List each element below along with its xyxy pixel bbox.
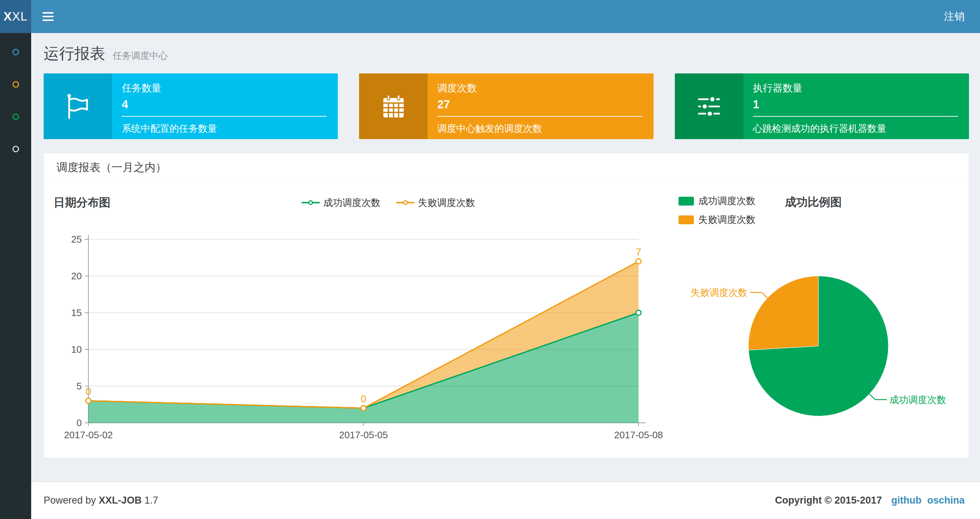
- circle-icon: [13, 146, 19, 152]
- legend-item-fail[interactable]: 失败调度次数: [396, 196, 475, 209]
- info-box-desc: 系统中配置的任务数量: [122, 122, 327, 135]
- swatch-icon: [679, 216, 694, 224]
- sidebar: [0, 33, 31, 519]
- brand-name: XXL-JOB: [99, 495, 142, 506]
- footer-powered-by: Powered by XXL-JOB 1.7: [44, 495, 158, 506]
- info-box-desc: 心跳检测成功的执行器机器数量: [753, 122, 958, 135]
- svg-text:7: 7: [636, 247, 641, 258]
- pie-chart-legend: 成功调度次数 失败调度次数: [679, 195, 756, 226]
- line-chart-title: 日期分布图: [54, 195, 110, 210]
- pie-chart-header: 成功调度次数 失败调度次数 成功比例图: [666, 192, 961, 226]
- stat-boxes-row: 任务数量 4 系统中配置的任务数量: [31, 70, 980, 139]
- svg-text:15: 15: [71, 307, 82, 318]
- line-marker-icon: [396, 200, 414, 206]
- line-chart-header: 日期分布图 成功调度次数: [54, 192, 666, 214]
- svg-text:0: 0: [86, 386, 91, 397]
- svg-text:25: 25: [71, 234, 82, 245]
- main-content: 运行报表 任务调度中心 任务数量 4 系统中配置的任务数量: [31, 33, 980, 519]
- sliders-icon: [675, 73, 743, 139]
- legend-label: 失败调度次数: [698, 213, 756, 226]
- info-box-title: 执行器数量: [753, 81, 958, 95]
- legend-label: 成功调度次数: [698, 195, 756, 208]
- svg-text:0: 0: [76, 417, 82, 428]
- swatch-icon: [679, 197, 694, 206]
- divider: [753, 116, 958, 117]
- date-distribution-chart-block: 日期分布图 成功调度次数: [54, 192, 666, 449]
- sidebar-toggle-button[interactable]: [36, 0, 60, 33]
- sidebar-item-1[interactable]: [0, 36, 31, 68]
- info-box-title: 调度次数: [437, 81, 642, 95]
- page-subtitle: 任务调度中心: [113, 50, 168, 61]
- top-navbar: XXL 注销: [0, 0, 980, 33]
- pie-chart-title: 成功比例图: [785, 195, 842, 210]
- circle-icon: [13, 81, 19, 88]
- legend-item-success[interactable]: 成功调度次数: [301, 196, 381, 209]
- logo[interactable]: XXL: [0, 0, 31, 33]
- info-box-executors: 执行器数量 1 心跳检测成功的执行器机器数量: [675, 73, 969, 139]
- info-box-number: 4: [122, 98, 327, 111]
- oschina-link[interactable]: oschina: [927, 495, 965, 506]
- success-ratio-chart-block: 成功调度次数 失败调度次数 成功比例图 成功调度次数失败调度次数: [666, 192, 961, 449]
- info-box-jobs: 任务数量 4 系统中配置的任务数量: [44, 73, 338, 139]
- bars-icon: [43, 10, 54, 23]
- svg-text:失败调度次数: 失败调度次数: [690, 287, 748, 298]
- logo-text: XL: [12, 10, 27, 24]
- line-marker-icon: [301, 200, 320, 206]
- panel-body: 日期分布图 成功调度次数: [44, 182, 969, 458]
- stacked-area-chart: 05101520252017-05-022017-05-052017-05-08…: [54, 214, 666, 449]
- legend-item-success[interactable]: 成功调度次数: [679, 195, 756, 208]
- svg-text:成功调度次数: 成功调度次数: [889, 394, 946, 405]
- legend-label: 失败调度次数: [418, 196, 475, 209]
- svg-text:2017-05-02: 2017-05-02: [64, 430, 113, 441]
- panel-title: 调度报表（一月之内）: [44, 153, 969, 182]
- svg-text:5: 5: [76, 381, 82, 392]
- version: 1.7: [145, 495, 158, 506]
- flag-icon: [44, 73, 112, 139]
- info-box-body: 任务数量 4 系统中配置的任务数量: [112, 73, 338, 139]
- info-box-triggers: 调度次数 27 调度中心触发的调度次数: [359, 73, 653, 139]
- footer-copyright: Copyright © 2015-2017 github oschina: [775, 495, 965, 506]
- copyright-text: Copyright © 2015-2017: [775, 495, 882, 506]
- sidebar-item-2[interactable]: [0, 68, 31, 101]
- info-box-body: 执行器数量 1 心跳检测成功的执行器机器数量: [743, 73, 969, 139]
- line-chart-legend: 成功调度次数 失败调度次数: [110, 196, 666, 209]
- info-box-desc: 调度中心触发的调度次数: [437, 122, 642, 135]
- circle-icon: [13, 113, 19, 120]
- svg-text:2017-05-08: 2017-05-08: [614, 430, 663, 441]
- info-box-number: 27: [437, 98, 642, 111]
- report-panel: 调度报表（一月之内） 日期分布图 成功调度次数: [44, 153, 969, 458]
- github-link[interactable]: github: [891, 495, 921, 506]
- calendar-icon: [359, 73, 428, 139]
- page-title: 运行报表: [44, 45, 105, 62]
- footer: Powered by XXL-JOB 1.7 Copyright © 2015-…: [31, 482, 980, 519]
- pie-chart: 成功调度次数失败调度次数: [666, 226, 961, 432]
- svg-text:0: 0: [361, 393, 366, 404]
- sidebar-item-3[interactable]: [0, 101, 31, 133]
- divider: [122, 116, 327, 117]
- legend-item-fail[interactable]: 失败调度次数: [679, 213, 756, 226]
- circle-icon: [13, 49, 19, 56]
- divider: [437, 116, 642, 117]
- svg-text:20: 20: [71, 270, 82, 281]
- logout-link[interactable]: 注销: [929, 0, 980, 33]
- info-box-number: 1: [753, 98, 958, 111]
- info-box-title: 任务数量: [122, 81, 327, 95]
- svg-text:10: 10: [71, 344, 82, 355]
- svg-text:2017-05-05: 2017-05-05: [339, 430, 388, 441]
- content-header: 运行报表 任务调度中心: [31, 33, 980, 70]
- info-box-body: 调度次数 27 调度中心触发的调度次数: [428, 73, 653, 139]
- sidebar-item-4[interactable]: [0, 133, 31, 165]
- legend-label: 成功调度次数: [323, 196, 381, 209]
- logo-text-bold: X: [4, 10, 12, 24]
